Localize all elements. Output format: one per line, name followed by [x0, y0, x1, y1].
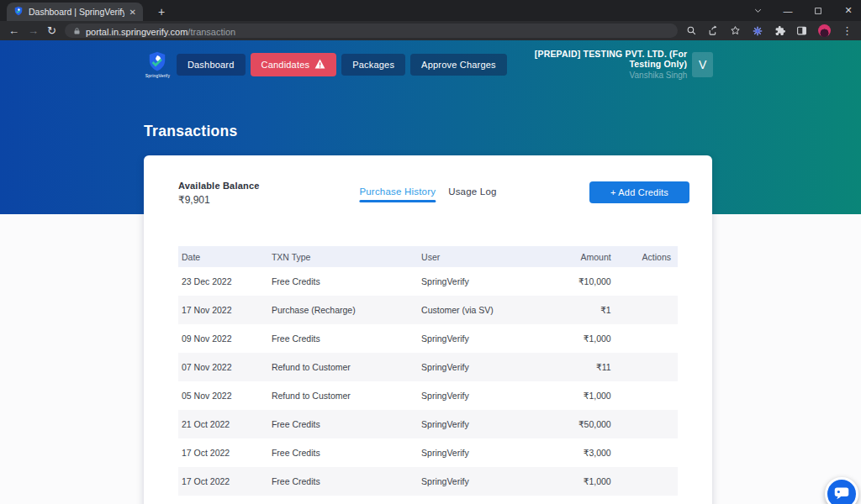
cell-date: 23 Dec 2022	[178, 267, 268, 296]
account-info: [PREPAID] TESTING PVT. LTD. (For Testing…	[512, 49, 688, 80]
available-balance: Available Balance ₹9,901	[178, 181, 260, 206]
nav-candidates-button[interactable]: Candidates	[251, 53, 337, 76]
brand-label: SpringVerify	[145, 73, 170, 78]
table-row: 07 Nov 2022Refund to CustomerSpringVerif…	[178, 353, 678, 381]
app-navbar: SpringVerify Dashboard Candidates Packag…	[144, 49, 713, 80]
column-header-user: User	[418, 246, 547, 267]
nav-packages-button[interactable]: Packages	[341, 54, 405, 76]
cell-amount: ₹1	[548, 296, 618, 324]
cell-user: SpringVerify	[418, 353, 547, 381]
cell-date: 17 Oct 2022	[178, 467, 268, 496]
favicon-shield-icon	[13, 4, 24, 19]
user-name: Vanshika Singh	[512, 71, 688, 80]
url-domain: portal.in.springverify.com	[86, 27, 188, 37]
table-row: 17 Oct 2022Free CreditsSpringVerify₹1,00…	[178, 467, 678, 496]
cell-actions	[618, 324, 678, 353]
bookmark-star-icon[interactable]	[730, 25, 741, 36]
tab-search-chevron-icon[interactable]	[752, 6, 763, 15]
cell-user: SpringVerify	[418, 438, 547, 467]
chat-widget-button[interactable]	[825, 477, 858, 504]
cell-amount: ₹3,000	[548, 438, 618, 467]
cell-actions	[618, 267, 678, 296]
side-panel-icon[interactable]	[796, 25, 807, 36]
address-bar[interactable]: portal.in.springverify.com/transaction	[65, 24, 678, 38]
cell-actions	[618, 381, 678, 410]
column-header-date: Date	[178, 246, 268, 267]
browser-tab[interactable]: Dashboard | SpringVerify ✕	[7, 3, 143, 21]
cell-txn-type: Refund to Customer	[268, 381, 418, 410]
cell-user: SpringVerify	[418, 381, 547, 410]
url-path: /transaction	[188, 27, 235, 37]
cell-amount: ₹50,000	[548, 410, 618, 438]
window-close-icon[interactable]: ✕	[843, 5, 854, 16]
reload-icon[interactable]: ↻	[47, 25, 56, 36]
extension-flower-icon[interactable]	[752, 25, 763, 37]
transactions-table: DateTXN TypeUserAmountActions 23 Dec 202…	[178, 246, 678, 496]
table-header-row: DateTXN TypeUserAmountActions	[178, 246, 678, 267]
nav-dashboard-button[interactable]: Dashboard	[177, 54, 246, 76]
tab-title: Dashboard | SpringVerify	[29, 7, 124, 17]
tab-usage-log[interactable]: Usage Log	[448, 186, 496, 202]
table-row: 21 Oct 2022Free CreditsSpringVerify₹50,0…	[178, 410, 678, 438]
cell-user: SpringVerify	[418, 410, 547, 438]
transactions-card: Available Balance ₹9,901 Purchase Histor…	[144, 155, 712, 504]
cell-txn-type: Free Credits	[268, 410, 418, 438]
cell-date: 07 Nov 2022	[178, 353, 268, 381]
cell-date: 17 Oct 2022	[178, 438, 268, 467]
nav-approve-charges-button[interactable]: Approve Charges	[410, 54, 507, 76]
cell-actions	[618, 467, 678, 496]
cell-user: SpringVerify	[418, 324, 547, 353]
extensions-puzzle-icon[interactable]	[774, 25, 785, 36]
cell-amount: ₹10,000	[548, 267, 618, 296]
lock-icon	[73, 24, 81, 39]
table-row: 17 Oct 2022Free CreditsSpringVerify₹3,00…	[178, 438, 678, 467]
browser-profile-avatar[interactable]	[818, 24, 831, 37]
cell-actions	[618, 296, 678, 324]
table-row: 05 Nov 2022Refund to CustomerSpringVerif…	[178, 381, 678, 410]
browser-menu-kebab-icon[interactable]: ⋮	[842, 24, 853, 37]
page-body: SpringVerify Dashboard Candidates Packag…	[0, 40, 861, 504]
cell-amount: ₹1,000	[548, 324, 618, 353]
table-row: 09 Nov 2022Free CreditsSpringVerify₹1,00…	[178, 324, 678, 353]
search-icon[interactable]	[686, 25, 697, 36]
browser-toolbar: ← → ↻ portal.in.springverify.com/transac…	[0, 21, 861, 40]
forward-icon[interactable]: →	[28, 25, 39, 36]
cell-actions	[618, 410, 678, 438]
cell-user: Customer (via SV)	[418, 296, 547, 324]
page-title: Transactions	[144, 123, 238, 140]
cell-user: SpringVerify	[418, 467, 547, 496]
tab-close-icon[interactable]: ✕	[129, 8, 136, 17]
warning-triangle-icon	[314, 59, 325, 71]
column-header-actions: Actions	[618, 246, 678, 267]
balance-label: Available Balance	[178, 181, 260, 191]
add-credits-button[interactable]: + Add Credits	[589, 181, 689, 203]
user-avatar[interactable]: V	[692, 52, 713, 77]
back-icon[interactable]: ←	[8, 25, 19, 36]
window-maximize-icon[interactable]	[812, 7, 824, 15]
springverify-logo[interactable]: SpringVerify	[144, 50, 172, 78]
cell-date: 21 Oct 2022	[178, 410, 268, 438]
table-row: 17 Nov 2022Purchase (Recharge)Customer (…	[178, 296, 678, 324]
balance-value: ₹9,901	[178, 194, 260, 206]
cell-user: SpringVerify	[418, 267, 547, 296]
cell-actions	[618, 438, 678, 467]
window-minimize-icon[interactable]: —	[782, 6, 794, 16]
company-name: [PREPAID] TESTING PVT. LTD. (For Testing…	[512, 49, 688, 69]
cell-txn-type: Free Credits	[268, 324, 418, 353]
share-icon[interactable]	[708, 25, 719, 36]
cell-txn-type: Purchase (Recharge)	[268, 296, 418, 324]
cell-date: 05 Nov 2022	[178, 381, 268, 410]
browser-titlebar: Dashboard | SpringVerify ✕ + — ✕	[0, 0, 861, 21]
column-header-txn-type: TXN Type	[268, 246, 418, 267]
cell-amount: ₹1,000	[548, 381, 618, 410]
cell-date: 17 Nov 2022	[178, 296, 268, 324]
tab-purchase-history[interactable]: Purchase History	[359, 186, 436, 202]
cell-actions	[618, 353, 678, 381]
new-tab-button[interactable]: +	[153, 3, 170, 20]
column-header-amount: Amount	[548, 246, 618, 267]
cell-txn-type: Free Credits	[268, 267, 418, 296]
cell-date: 09 Nov 2022	[178, 324, 268, 353]
cell-txn-type: Refund to Customer	[268, 353, 418, 381]
cell-txn-type: Free Credits	[268, 438, 418, 467]
history-tabs: Purchase History Usage Log	[359, 186, 496, 202]
